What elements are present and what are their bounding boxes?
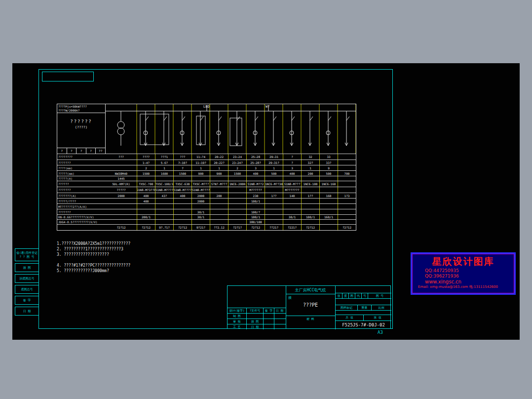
table-cell: 140 (283, 193, 301, 198)
titleblock-cell (263, 314, 274, 319)
title-block: 设计(签字)?文件号签 字日 期制 图审 核描 图工 艺日 期 主厂房HCC电气… (227, 285, 391, 329)
table-cell: 380/100 (246, 220, 265, 224)
titleblock-right-header: 张度图代号图 号 (336, 293, 391, 299)
table-cell: 1500 (173, 171, 191, 176)
table-row: JDG4-0.5?????????(V/V)380/100 (57, 219, 356, 224)
titleblock-tag: 接 (288, 295, 292, 300)
note-line: 2. ?????????1??????????????3 (57, 246, 205, 252)
table-cell (173, 199, 191, 203)
border-strip-cell: 签 字 (15, 296, 39, 305)
table-row: ?????(A)1445 (57, 176, 356, 181)
table-cell (338, 220, 356, 224)
titleblock-cell: 图样标记 (336, 305, 357, 310)
panel-header: ????Pjs=50kW???? ????W/2000A? (57, 104, 105, 113)
table-cell: S1N8-M?3??8 (137, 187, 155, 193)
table-cell: ?2?12 (338, 225, 356, 230)
titleblock-cell: 重量 (357, 305, 371, 310)
table-row: ???????30/1100/? (57, 209, 356, 214)
table-cell (137, 204, 155, 209)
titleblock-cell (263, 324, 274, 329)
titleblock-cell: 制 图 (228, 314, 246, 319)
table-cell (173, 209, 191, 214)
table-cell: S1N8-M???? (155, 187, 173, 193)
table-cell: ??2.12 (210, 225, 228, 230)
panel-header-line: ????Pjs=50kW???? (58, 105, 104, 109)
table-cell: 100/? (246, 209, 265, 214)
table-cell: ??? (106, 154, 137, 160)
titleblock-cell (274, 324, 285, 329)
table-cell: ?221? (283, 225, 301, 230)
table-cell: 11~?4 (191, 154, 210, 160)
table-cell: 9?.?1? (155, 225, 173, 230)
watermark-lines: QQ:447250935QQ:396271936www.xingsc.cnEma… (412, 268, 514, 290)
table-cell: 11~19? (191, 160, 210, 165)
table-cell: 20~22 (210, 154, 228, 160)
table-cell (319, 209, 338, 214)
table-cell: M??????? (283, 187, 301, 193)
table-cell: 500 (265, 171, 283, 176)
sheet-size-label: A3 (378, 330, 383, 335)
table-cell: 230 (246, 193, 265, 198)
table-cell: 3 (283, 165, 301, 170)
table-cell: 500 (319, 171, 338, 176)
table-cell (283, 199, 301, 203)
table-cell: 1NC6-160 (319, 181, 338, 187)
table-cell (173, 220, 191, 224)
table-cell: 2000 (106, 193, 137, 198)
table-cell: NW38M40 (106, 171, 137, 176)
project-title: 主厂房HCC电气统 (286, 287, 335, 293)
table-cell (301, 187, 319, 193)
table-cell (191, 204, 210, 209)
table-cell: 1?? (301, 193, 319, 198)
watermark-line: www.xingsc.cn (425, 279, 514, 284)
watermark-line: Email: xmg-musta@163.com 电:13111542600 (418, 284, 514, 290)
table-cell: 1 (191, 165, 210, 170)
row-label: JDG4-0.5?????????(V/V) (57, 220, 106, 224)
table-cell: 43? (155, 193, 173, 198)
watermark-title: 星欣设计图库 (412, 255, 514, 268)
table-cell (265, 215, 283, 219)
table-cell (191, 220, 210, 224)
table-cell: 1600 (155, 171, 173, 176)
table-cell (319, 204, 338, 209)
note-line: 3. ??????????????????? (57, 252, 205, 257)
table-cell (228, 193, 246, 198)
titleblock-cell: 共 张 (336, 315, 363, 320)
table-cell: 1~4? (137, 160, 155, 165)
table-cell: 900 (210, 171, 228, 176)
table-cell (228, 199, 246, 203)
table-cell (283, 220, 301, 224)
note-line: 5. ????????????J000mm? (57, 268, 205, 274)
single-line-diagram-graphic (106, 104, 356, 154)
border-strip-box: 借(通)用件登记 ? ? 图 号 (15, 248, 39, 261)
table-row: ???????1~4?5-6?7~10?11~19?20~22?23~24?25… (57, 160, 356, 165)
table-row: ????(mm)21711231319 (57, 165, 356, 170)
table-cell (265, 220, 283, 224)
table-row: ?????(mm)NW38M40150016001500900900150040… (57, 170, 356, 176)
table-cell (106, 199, 137, 203)
border-strip-label: ? ? 图 号 (19, 255, 34, 259)
table-cell (137, 209, 155, 214)
table-cell (338, 204, 356, 209)
titleblock-mark-row: 图样标记重量比例 (336, 305, 391, 311)
table-cell (210, 187, 228, 193)
incoming-panel-box: ????Pjs=50kW???? ????W/2000A? ?????? (??… (57, 104, 106, 154)
border-strip-cell: 日 期 (15, 307, 39, 316)
table-cell: 400 (137, 199, 155, 203)
bus-label: LBD (203, 105, 210, 109)
notes: 1.?????X2000A?2X5m1????????????2. ??????… (57, 241, 205, 274)
table-cell: ?2?1? (228, 225, 246, 230)
titleblock-cell (263, 319, 274, 324)
titleblock-sheet-row: 共 张第 张 (336, 315, 391, 320)
table-cell: 5DL-KM?(R) (106, 181, 137, 187)
watermark-box: 星欣设计图库 QQ:447250935QQ:396271936www.xings… (411, 252, 516, 295)
row-label: MT??????2??(A/A) (57, 204, 106, 209)
drawing-number: F525JS-7#-D0J-02 (336, 320, 391, 329)
table-cell: 30/1 (191, 209, 210, 214)
table-cell: 29~31 (265, 154, 283, 160)
table-cell: 7~10? (173, 160, 191, 165)
table-cell (338, 199, 356, 203)
table-cell (338, 176, 356, 181)
row-label: ???????? (57, 154, 106, 160)
table-cell (338, 165, 356, 170)
